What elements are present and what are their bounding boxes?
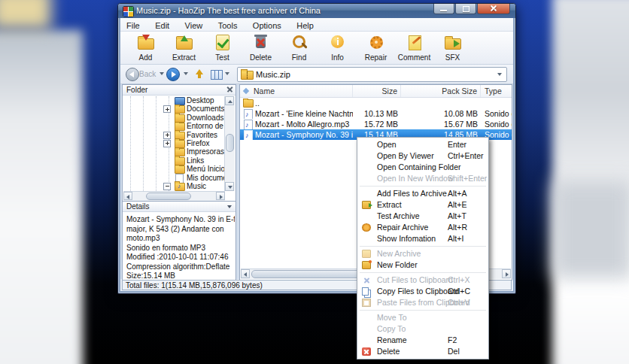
tree-item-favorites[interactable]: Favorites: [123, 131, 224, 139]
details-line: Mozart - Symphony No. 39 in E-flat: [126, 215, 232, 225]
menu-item-add-files-to-archive[interactable]: Add Files to ArchiveAlt+A: [357, 188, 488, 199]
menu-item-test-archive[interactable]: Test ArchiveAlt+T: [357, 211, 488, 222]
forward-dropdown-icon[interactable]: [184, 72, 188, 75]
close-button[interactable]: [477, 4, 510, 14]
tree-item-impresoras[interactable]: Impresoras: [123, 147, 224, 156]
address-dropdown-icon[interactable]: [497, 73, 502, 76]
find-icon: [290, 34, 308, 51]
back-button[interactable]: [126, 68, 139, 81]
repair-icon: [362, 223, 371, 232]
add-archive-icon: [137, 34, 155, 51]
address-combo[interactable]: Music.zip: [237, 67, 507, 82]
menu-file[interactable]: File: [120, 20, 146, 30]
context-menu: OpenEnter Open By ViewerCtrl+Enter Open …: [357, 137, 489, 359]
views-dropdown-icon[interactable]: [225, 72, 229, 75]
toolbar: Add Extract Test Delete Find: [120, 32, 513, 65]
folder-tree: Desktop Documents Downloads Entorno de r…: [123, 96, 224, 191]
menu-options[interactable]: Options: [247, 20, 287, 30]
address-bar: Back Music.zip: [120, 65, 513, 84]
menu-item-rename[interactable]: RenameF2: [357, 335, 488, 346]
column-header-type[interactable]: Type: [481, 85, 512, 97]
tree-item-desktop[interactable]: Desktop: [123, 96, 224, 105]
info-icon: [329, 34, 347, 51]
menu-item-copy-to: Copy To: [357, 323, 488, 335]
details-line: Sonido en formato MP3: [126, 244, 232, 253]
table-row-eine-kleine[interactable]: Mozart - 'Eine kleine Nachtmus... 10.13 …: [240, 108, 512, 119]
expand-plus-icon[interactable]: [163, 132, 171, 139]
menu-tools[interactable]: Tools: [212, 20, 244, 30]
repair-button[interactable]: Repair: [357, 32, 395, 63]
test-button[interactable]: Test: [203, 32, 242, 63]
test-icon: [214, 34, 232, 51]
expand-minus-icon[interactable]: [163, 183, 171, 190]
menu-item-show-information[interactable]: Show InfomationAlt+I: [357, 233, 488, 244]
column-header-size[interactable]: Size: [353, 85, 401, 97]
details-panel-header: Details: [123, 202, 235, 212]
table-row-molto-allegro[interactable]: Mozart - Molto Allegro.mp3 15.72 MB 15.6…: [240, 119, 512, 129]
tree-item-menu-inicio[interactable]: Menú Inicio: [123, 165, 224, 173]
menu-item-new-folder[interactable]: New Folder: [357, 259, 488, 271]
menu-help[interactable]: Help: [290, 20, 320, 30]
window-title: Music.zip - HaoZip The best free archive…: [136, 6, 321, 15]
blurred-background-left-top: [0, 0, 51, 29]
menu-item-copy-files[interactable]: Copy Files to ClipboardCtrl+C: [357, 286, 488, 297]
title-bar[interactable]: Music.zip - HaoZip The best free archive…: [118, 4, 515, 18]
delete-button[interactable]: Delete: [242, 32, 280, 63]
scroll-up-icon[interactable]: [225, 96, 234, 105]
tree-horizontal-scrollbar[interactable]: [123, 191, 225, 201]
delete-icon: [252, 34, 270, 51]
tree-item-documents[interactable]: Documents: [123, 105, 224, 113]
paste-icon: [362, 299, 371, 307]
info-button[interactable]: Info: [318, 32, 357, 63]
file-list-rows: .. Mozart - 'Eine kleine Nachtmus... 10.…: [240, 98, 512, 140]
sfx-button[interactable]: SFX: [433, 32, 472, 63]
tree-vertical-scrollbar[interactable]: [224, 96, 235, 191]
menu-view[interactable]: View: [179, 20, 209, 30]
blurred-background-right-mid: [553, 180, 629, 278]
scroll-down-icon[interactable]: [225, 182, 234, 191]
up-folder-icon[interactable]: [196, 69, 203, 74]
column-header-pack-size[interactable]: Pack Size: [401, 85, 481, 97]
find-button[interactable]: Find: [280, 32, 318, 63]
column-header-name[interactable]: Name: [240, 85, 353, 97]
tree-item-downloads[interactable]: Downloads: [123, 114, 224, 122]
sfx-icon: [444, 34, 462, 51]
tree-item-entorno-de-red[interactable]: Entorno de red: [123, 122, 224, 130]
scroll-left-icon[interactable]: [241, 269, 250, 278]
scroll-thumb[interactable]: [226, 134, 234, 152]
table-row-parent-dir[interactable]: ..: [240, 98, 512, 108]
extract-icon: [175, 34, 193, 51]
menu-item-extract[interactable]: ExtractAlt+E: [357, 199, 488, 211]
menu-item-delete[interactable]: DeleteDel: [357, 346, 488, 357]
forward-button[interactable]: [166, 68, 180, 81]
window-controls: [433, 4, 510, 14]
scroll-right-icon[interactable]: [216, 192, 225, 200]
back-label: Back: [139, 70, 156, 78]
tree-item-music[interactable]: Music: [123, 182, 224, 190]
extract-button[interactable]: Extract: [165, 32, 203, 63]
minimize-button[interactable]: [433, 4, 454, 14]
expand-plus-icon[interactable]: [163, 140, 171, 147]
scroll-right-icon[interactable]: [502, 269, 511, 278]
expand-plus-icon[interactable]: [163, 105, 171, 113]
tree-item-firefox[interactable]: Firefox: [123, 139, 224, 147]
details-content: Mozart - Symphony No. 39 in E-flat major…: [123, 213, 235, 279]
close-icon[interactable]: [226, 86, 232, 93]
back-dropdown-icon[interactable]: [160, 72, 164, 75]
scroll-left-icon[interactable]: [123, 192, 132, 200]
views-icon[interactable]: [211, 70, 223, 80]
tree-item-links[interactable]: Links: [123, 156, 224, 165]
menu-item-open[interactable]: OpenEnter: [357, 139, 488, 150]
menu-item-open-containing-folder[interactable]: Open Containing Folder: [357, 162, 488, 173]
menu-item-paste-files: Paste Files from ClipboardCtrl+V: [357, 297, 488, 308]
comment-button[interactable]: Comment: [395, 32, 433, 63]
maximize-button[interactable]: [455, 4, 476, 14]
scroll-thumb[interactable]: [251, 270, 372, 278]
chevron-down-icon[interactable]: [227, 205, 232, 208]
menu-item-repair-archive[interactable]: Repair ArchiveAlt+R: [357, 222, 488, 233]
menu-edit[interactable]: Edit: [149, 20, 175, 30]
menu-item-open-by-viewer[interactable]: Open By ViewerCtrl+Enter: [357, 150, 488, 162]
tree-item-mis-documentos[interactable]: Mis documentos: [123, 174, 224, 182]
add-button[interactable]: Add: [126, 32, 165, 63]
scroll-thumb[interactable]: [146, 193, 191, 200]
